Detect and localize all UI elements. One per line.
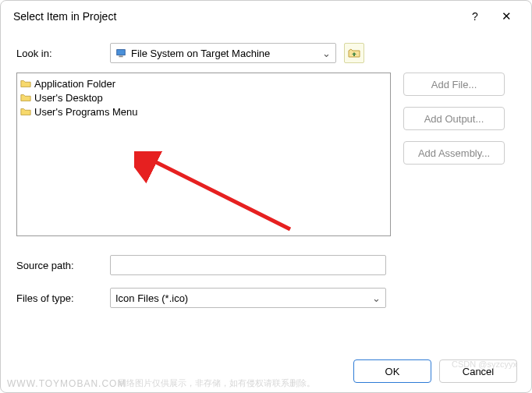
site-watermark: WWW.TOYMOBAN.COM (7, 378, 126, 389)
folder-label: User's Desktop (34, 92, 103, 104)
svg-line-2 (150, 159, 290, 229)
dialog-title: Select Item in Project (13, 10, 459, 23)
source-path-row: Source path: (16, 255, 516, 275)
svg-rect-1 (119, 56, 122, 58)
source-path-label: Source path: (16, 260, 110, 271)
titlebar: Select Item in Project ? ✕ (1, 1, 531, 29)
help-button[interactable]: ? (459, 10, 491, 23)
svg-rect-0 (117, 50, 126, 55)
folder-label: User's Programs Menu (34, 106, 138, 118)
folder-label: Application Folder (34, 78, 115, 90)
ok-button[interactable]: OK (353, 359, 431, 383)
list-item[interactable]: User's Desktop (20, 90, 387, 104)
folder-up-icon (348, 47, 360, 59)
add-file-button[interactable]: Add File... (403, 73, 505, 96)
lookin-combo[interactable]: File System on Target Machine ⌄ (110, 43, 336, 63)
chevron-down-icon: ⌄ (372, 292, 381, 304)
computer-icon (115, 48, 126, 58)
dialog-window: Select Item in Project ? ✕ Look in: File… (0, 0, 532, 393)
close-button[interactable]: ✕ (491, 9, 522, 23)
up-folder-button[interactable] (344, 43, 364, 63)
csdn-watermark: CSDN @syzcyyx (452, 359, 517, 369)
lookin-value: File System on Target Machine (131, 48, 322, 59)
note-watermark: 网络图片仅供展示，非存储，如有侵权请联系删除。 (118, 377, 315, 389)
files-of-type-row: Files of type: Icon Files (*.ico) ⌄ (16, 288, 516, 308)
add-output-button[interactable]: Add Output... (403, 107, 505, 130)
folder-icon (20, 106, 31, 117)
files-of-type-label: Files of type: (16, 292, 110, 304)
add-assembly-button[interactable]: Add Assembly... (403, 141, 505, 165)
files-of-type-value: Icon Files (*.ico) (115, 292, 372, 304)
folder-listbox[interactable]: Application Folder User's Desktop User's… (16, 73, 391, 236)
annotation-arrow (134, 151, 306, 245)
lookin-label: Look in: (16, 48, 110, 59)
list-item[interactable]: Application Folder (20, 76, 387, 90)
lookin-row: Look in: File System on Target Machine ⌄ (16, 43, 516, 63)
folder-icon (20, 92, 31, 103)
source-path-input[interactable] (110, 255, 386, 275)
folder-icon (20, 78, 31, 89)
files-of-type-combo[interactable]: Icon Files (*.ico) ⌄ (110, 288, 386, 308)
list-item[interactable]: User's Programs Menu (20, 104, 387, 119)
chevron-down-icon: ⌄ (322, 48, 331, 59)
